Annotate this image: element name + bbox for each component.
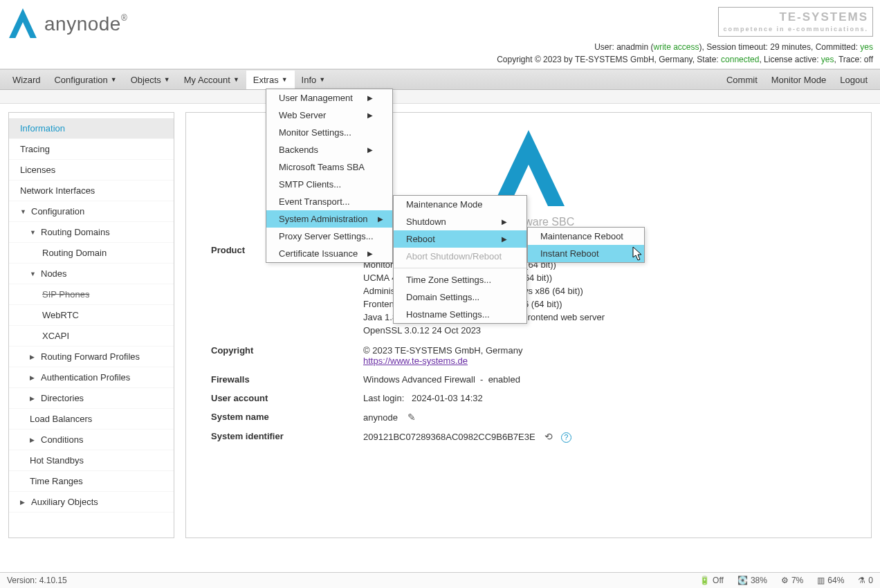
chevron-down-icon: ▼ (20, 208, 27, 215)
menu-item[interactable]: Maintenance Mode (394, 196, 526, 213)
sidebar-item[interactable]: ▶Directories (9, 388, 174, 409)
app-logo-text: anynode® (44, 13, 127, 35)
chevron-down-icon: ▼ (30, 270, 37, 277)
caret-icon: ▼ (282, 76, 288, 83)
menu-item[interactable]: User Management▶ (266, 89, 392, 107)
sidebar-item[interactable]: Routing Domain (9, 243, 174, 264)
sidebar-item-label: Directories (41, 393, 84, 403)
menu-item-label: Web Server (279, 110, 326, 120)
menu-info[interactable]: Info▼ (295, 71, 333, 89)
sidebar-item[interactable]: Hot Standbys (9, 450, 174, 471)
sidebar-item-label: Time Ranges (30, 476, 83, 486)
sidebar-item-label: Information (20, 123, 65, 134)
product-line: OpenSSL 3.0.12 24 Oct 2023 (363, 324, 846, 337)
chevron-down-icon: ▼ (30, 229, 37, 236)
sidebar-item-label: Hot Standbys (30, 455, 84, 466)
info-table: Product anynode 4.10.15 (Release, Window… (207, 241, 850, 447)
chevron-right-icon: ▶ (30, 353, 37, 360)
sidebar-item[interactable]: Time Ranges (9, 471, 174, 492)
menu-extras[interactable]: Extras▼ (246, 71, 295, 89)
label-copyright: Copyright (207, 341, 359, 370)
caret-icon: ▼ (111, 76, 117, 83)
chevron-right-icon: ▶ (30, 374, 37, 381)
sidebar-item[interactable]: Tracing (9, 139, 174, 160)
sidebar-item[interactable]: ▶Routing Forward Profiles (9, 347, 174, 367)
menu-logout[interactable]: Logout (833, 71, 874, 89)
caret-icon: ▼ (233, 76, 239, 83)
sidebar-item-label: Configuration (31, 206, 84, 217)
te-systems-link[interactable]: https://www.te-systems.de (363, 356, 468, 366)
menu-commit[interactable]: Commit (719, 71, 764, 89)
sidebar-item[interactable]: ▼Routing Domains (9, 222, 174, 243)
menu-item[interactable]: Event Transport... (266, 193, 392, 210)
sidebar-item[interactable]: ▼Nodes (9, 264, 174, 284)
mouse-cursor-icon (632, 246, 643, 261)
sidebar-item-label: SIP Phones (42, 289, 89, 300)
menu-item[interactable]: Proxy Server Settings... (266, 228, 392, 245)
sidebar-item[interactable]: Load Balancers (9, 409, 174, 430)
value-firewalls: Windows Advanced Firewall - enabled (359, 370, 850, 389)
menu-item-label: Shutdown (406, 217, 446, 227)
sidebar-item[interactable]: Network Interfaces (9, 181, 174, 201)
chevron-right-icon: ▶ (367, 146, 373, 154)
menu-item[interactable]: Monitor Settings... (266, 124, 392, 141)
menu-item[interactable]: Domain Settings... (394, 288, 526, 306)
menu-objects[interactable]: Objects▼ (124, 71, 177, 89)
chevron-right-icon: ▶ (30, 395, 37, 402)
menu-item[interactable]: Reboot▶ (394, 230, 526, 248)
value-system-name: anynode ✎ (359, 407, 850, 427)
menu-item[interactable]: Time Zone Settings... (394, 271, 526, 288)
extras-dropdown: User Management▶Web Server▶Monitor Setti… (266, 89, 393, 263)
menu-wizard[interactable]: Wizard (6, 71, 47, 89)
label-user-account: User account (207, 389, 359, 407)
edit-icon[interactable]: ✎ (407, 412, 416, 423)
refresh-icon[interactable]: ⟲ (544, 431, 553, 442)
menu-item-label: Maintenance Reboot (540, 231, 623, 241)
chevron-right-icon: ▶ (502, 218, 507, 226)
sidebar-item-label: Auxiliary Objects (31, 497, 98, 507)
menu-item-label: Event Transport... (279, 196, 350, 207)
menu-item[interactable]: SMTP Clients... (266, 176, 392, 193)
sidebar-item[interactable]: WebRTC (9, 305, 174, 326)
menu-item-label: Hostname Settings... (406, 309, 490, 320)
sidebar-item-label: Routing Forward Profiles (41, 351, 140, 362)
menu-item-label: Instant Reboot (540, 248, 599, 259)
menu-item-label: Abort Shutdown/Reboot (406, 251, 502, 261)
sidebar-item-label: Authentication Profiles (41, 372, 130, 383)
menu-item[interactable]: Web Server▶ (266, 107, 392, 124)
menu-monitor-mode[interactable]: Monitor Mode (764, 71, 833, 89)
sidebar-item[interactable]: Information (9, 118, 174, 139)
sidebar-item[interactable]: ▶Authentication Profiles (9, 367, 174, 388)
value-copyright: © 2023 TE-SYSTEMS GmbH, Germany https://… (359, 341, 850, 370)
sidebar-item[interactable]: XCAPI (9, 326, 174, 347)
menu-item-label: Time Zone Settings... (406, 275, 491, 285)
menu-my-account[interactable]: My Account▼ (177, 71, 246, 89)
chevron-right-icon: ▶ (378, 215, 383, 223)
sidebar-item[interactable]: ▶Auxiliary Objects (9, 492, 174, 513)
sidebar-item[interactable]: ▼Configuration (9, 201, 174, 222)
sidebar-item-label: Conditions (41, 434, 83, 445)
menu-configuration[interactable]: Configuration▼ (47, 71, 123, 89)
menu-item[interactable]: Backends▶ (266, 141, 392, 158)
sidebar-item[interactable]: Licenses (9, 160, 174, 181)
menu-item[interactable]: Hostname Settings... (394, 306, 526, 323)
menu-item-label: Monitor Settings... (279, 127, 351, 138)
menu-item[interactable]: Instant Reboot (528, 245, 644, 262)
menu-item[interactable]: System Administration▶ (266, 210, 392, 228)
sysadmin-dropdown: Maintenance ModeShutdown▶Reboot▶Abort Sh… (393, 195, 527, 324)
sidebar-item[interactable]: SIP Phones (9, 284, 174, 305)
label-system-name: System name (207, 407, 359, 427)
reboot-dropdown: Maintenance RebootInstant Reboot (527, 227, 645, 263)
menu-item[interactable]: Maintenance Reboot (528, 228, 644, 245)
sidebar-item[interactable]: ▶Conditions (9, 430, 174, 450)
menu-item[interactable]: Microsoft Teams SBA (266, 158, 392, 176)
chevron-right-icon: ▶ (20, 499, 27, 506)
sidebar-item-label: Nodes (41, 268, 67, 279)
sidebar-item-label: Routing Domain (42, 248, 107, 258)
menu-item-label: Certificate Issuance (279, 248, 358, 259)
anynode-logo-icon (7, 7, 39, 42)
help-icon[interactable]: ? (561, 432, 571, 443)
menu-item[interactable]: Certificate Issuance▶ (266, 245, 392, 262)
sidebar-item-label: WebRTC (42, 310, 79, 320)
menu-item[interactable]: Shutdown▶ (394, 213, 526, 230)
